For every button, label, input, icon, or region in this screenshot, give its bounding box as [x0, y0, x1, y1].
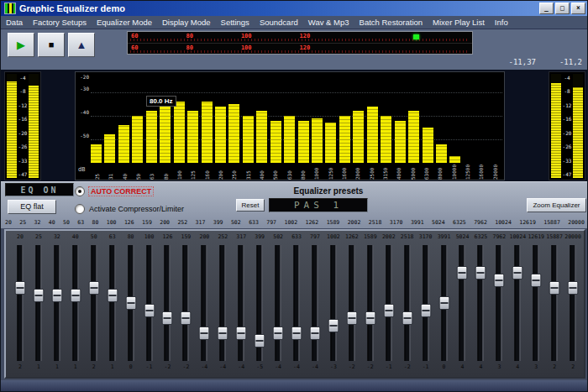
eq-slider-track[interactable] — [533, 245, 539, 361]
eq-slider-thumb[interactable] — [218, 327, 228, 340]
eq-slider-track[interactable] — [165, 245, 171, 361]
eq-slider-thumb[interactable] — [273, 327, 284, 340]
eq-slider-thumb[interactable] — [107, 289, 118, 302]
eq-slider[interactable] — [306, 243, 324, 363]
eq-slider-thumb[interactable] — [549, 281, 560, 295]
menu-item-batch-restoration[interactable]: Batch Restoration — [354, 18, 428, 27]
eq-slider[interactable] — [103, 243, 122, 363]
auto-correct-radio[interactable] — [75, 186, 85, 196]
eq-slider-thumb[interactable] — [420, 304, 431, 317]
eq-slider-track[interactable] — [459, 245, 465, 361]
eq-slider-track[interactable] — [349, 245, 354, 361]
menu-item-data[interactable]: Data — [1, 18, 28, 27]
eq-slider-track[interactable] — [72, 245, 78, 361]
reset-button[interactable]: Reset — [236, 199, 265, 212]
eq-slider-track[interactable] — [478, 245, 484, 361]
eq-flat-button[interactable]: EQ flat — [8, 200, 56, 214]
eq-slider[interactable] — [48, 243, 66, 363]
eq-slider-thumb[interactable] — [365, 311, 375, 325]
eq-slider-track[interactable] — [552, 245, 558, 361]
eq-slider-thumb[interactable] — [402, 311, 412, 325]
eq-slider[interactable] — [269, 243, 287, 363]
menu-item-display-mode[interactable]: Display Mode — [157, 18, 216, 27]
eq-slider-track[interactable] — [109, 245, 115, 361]
title-bar[interactable]: Graphic Equalizer demo _ □ × — [1, 1, 588, 16]
eq-slider-thumb[interactable] — [457, 266, 468, 280]
eq-slider-track[interactable] — [239, 245, 244, 361]
menu-item-mixer-play-list[interactable]: Mixer Play List — [428, 18, 490, 27]
eq-slider[interactable] — [213, 243, 232, 363]
menu-item-info[interactable]: Info — [490, 18, 513, 27]
eq-slider-thumb[interactable] — [236, 327, 247, 340]
eq-slider-thumb[interactable] — [475, 266, 486, 280]
eq-slider-track[interactable] — [496, 245, 502, 361]
eq-slider-thumb[interactable] — [383, 304, 394, 317]
eq-slider[interactable] — [11, 243, 29, 363]
eq-slider-track[interactable] — [312, 245, 318, 361]
eq-slider-track[interactable] — [276, 245, 281, 361]
eq-slider-thumb[interactable] — [328, 319, 339, 332]
eq-slider[interactable] — [324, 243, 343, 363]
menu-item-factory-setups[interactable]: Factory Setups — [28, 18, 92, 27]
maximize-button[interactable]: □ — [555, 3, 570, 14]
eq-slider-thumb[interactable] — [346, 311, 357, 325]
eq-slider[interactable] — [361, 243, 380, 363]
eq-slider-thumb[interactable] — [51, 289, 62, 302]
eq-slider-track[interactable] — [35, 245, 41, 361]
eq-slider-thumb[interactable] — [309, 327, 320, 340]
eq-slider-thumb[interactable] — [531, 274, 542, 287]
eq-slider-thumb[interactable] — [568, 281, 579, 295]
eq-slider[interactable] — [398, 243, 417, 363]
minimize-button[interactable]: _ — [539, 3, 554, 14]
eq-slider-track[interactable] — [220, 245, 226, 361]
eq-slider[interactable] — [122, 243, 140, 363]
eq-slider-thumb[interactable] — [512, 266, 523, 280]
eq-slider-thumb[interactable] — [125, 296, 136, 310]
eq-slider-thumb[interactable] — [14, 281, 25, 295]
eq-slider-thumb[interactable] — [70, 289, 81, 302]
menu-item-wav-mp3[interactable]: Wav & Mp3 — [303, 18, 354, 27]
eq-slider-track[interactable] — [515, 245, 521, 361]
eq-slider-thumb[interactable] — [181, 311, 192, 325]
eq-slider-track[interactable] — [423, 245, 428, 361]
eq-slider[interactable] — [250, 243, 269, 363]
eq-slider-track[interactable] — [570, 245, 576, 361]
eq-slider[interactable] — [140, 243, 159, 363]
auto-correct-option[interactable]: AUTO CORRECT — [75, 186, 153, 196]
eq-slider-track[interactable] — [91, 245, 97, 361]
eq-slider-track[interactable] — [404, 245, 410, 361]
eq-slider-thumb[interactable] — [33, 289, 44, 302]
eq-slider[interactable] — [435, 243, 454, 363]
eq-slider-thumb[interactable] — [162, 311, 173, 325]
eq-slider[interactable] — [471, 243, 490, 363]
zoom-equalizer-button[interactable]: Zoom Equalizer — [527, 198, 586, 212]
eq-slider-track[interactable] — [202, 245, 207, 361]
eq-slider-thumb[interactable] — [88, 281, 99, 295]
eq-slider[interactable] — [232, 243, 250, 363]
eq-slider-track[interactable] — [294, 245, 300, 361]
eq-slider-thumb[interactable] — [291, 327, 302, 340]
eq-slider[interactable] — [490, 243, 508, 363]
eq-slider-track[interactable] — [54, 245, 60, 361]
eq-slider[interactable] — [66, 243, 85, 363]
eq-slider[interactable] — [417, 243, 435, 363]
menu-item-soundcard[interactable]: Soundcard — [255, 18, 303, 27]
eq-slider-track[interactable] — [386, 245, 391, 361]
eq-slider[interactable] — [343, 243, 361, 363]
eq-slider[interactable] — [176, 243, 195, 363]
eq-slider-track[interactable] — [330, 245, 336, 361]
eq-slider-track[interactable] — [183, 245, 189, 361]
eq-slider-thumb[interactable] — [144, 304, 155, 317]
eq-slider[interactable] — [195, 243, 213, 363]
eq-slider[interactable] — [454, 243, 472, 363]
eq-slider-track[interactable] — [146, 245, 152, 361]
close-button[interactable]: × — [571, 3, 585, 14]
eq-slider[interactable] — [564, 243, 582, 363]
compressor-radio[interactable] — [75, 204, 85, 214]
play-button[interactable]: ▶ — [8, 33, 34, 57]
eject-button[interactable]: ▲ — [68, 33, 95, 57]
eq-slider-thumb[interactable] — [199, 327, 210, 340]
eq-slider[interactable] — [508, 243, 527, 363]
eq-slider-thumb[interactable] — [255, 334, 265, 348]
eq-slider[interactable] — [527, 243, 545, 363]
